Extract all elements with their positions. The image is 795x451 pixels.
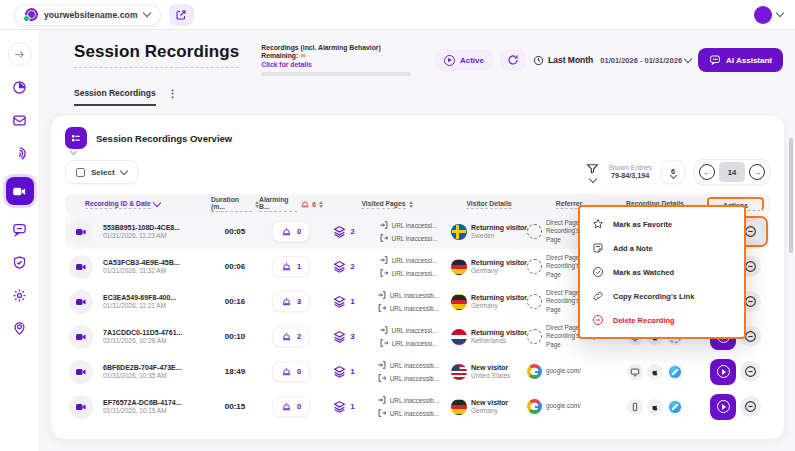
- play-circle-icon: [444, 55, 455, 66]
- col-duration[interactable]: Duration (m...: [211, 196, 259, 212]
- shown-entries: Shown Entries 79-84/3,194: [608, 164, 652, 180]
- menu-item-add-note[interactable]: Add a Note: [580, 236, 744, 260]
- flag-germany-icon: [451, 259, 467, 275]
- recording-date: 01/31/2026, 11:23 AM: [103, 232, 180, 239]
- col-alarming[interactable]: Alarming B... 6: [259, 196, 323, 212]
- recording-id: 6BF6DE2B-704F-473E...: [103, 364, 182, 371]
- page-exit-icon: [379, 268, 389, 278]
- menu-item-mark-favorite[interactable]: Mark as Favorite: [580, 212, 744, 236]
- menu-item-mark-watched[interactable]: Mark as Watched: [580, 260, 744, 284]
- recording-camera-icon: [69, 395, 93, 419]
- tab-options-kebab-icon[interactable]: ⋮: [168, 91, 178, 103]
- referrer-url: google.com/: [546, 402, 581, 411]
- table-row[interactable]: 6BF6DE2B-704F-473E...01/31/2026, 10:35 A…: [65, 354, 770, 389]
- no-referrer-icon: [527, 259, 542, 274]
- duration-value: 18:49: [211, 367, 259, 376]
- duration-value: 00:16: [211, 297, 259, 306]
- visitor-country: United States: [471, 372, 510, 379]
- site-favicon-globe-icon: [25, 8, 38, 21]
- tab-session-recordings[interactable]: Session Recordings: [74, 88, 156, 106]
- play-recording-button[interactable]: [710, 359, 736, 385]
- table-row[interactable]: EF76572A-DC6B-4174...01/31/2026, 10:15 A…: [65, 389, 770, 424]
- refresh-button[interactable]: [500, 49, 526, 71]
- pie-chart-icon: [12, 80, 27, 95]
- entry-url: URL inaccessi...: [392, 327, 438, 334]
- visitor-country: Germany: [471, 267, 527, 274]
- sidebar-item-feedback[interactable]: [8, 217, 32, 241]
- mobile-device-icon: [627, 399, 643, 415]
- visitor-country: Germany: [471, 407, 508, 414]
- sidebar-item-inbox[interactable]: [8, 108, 32, 132]
- duration-value: 00:05: [211, 227, 259, 236]
- visitor-type: New visitor: [471, 364, 510, 371]
- duration-value: 00:10: [211, 332, 259, 341]
- menu-item-copy-link[interactable]: Copy Recording's Link: [580, 284, 744, 308]
- layers-icon: [333, 400, 346, 413]
- select-dropdown[interactable]: Select: [65, 160, 138, 184]
- recording-camera-icon: [69, 220, 93, 244]
- menu-item-delete-recording[interactable]: Delete Recording: [580, 308, 744, 332]
- sidebar-collapse-button[interactable]: [8, 42, 32, 66]
- chevron-down-icon: [142, 9, 150, 17]
- arrow-right-icon: [12, 47, 27, 62]
- shield-check-icon: [12, 255, 27, 270]
- date-range-picker[interactable]: 01/01/2026 - 01/31/2026: [600, 56, 691, 65]
- page-exit-icon: [379, 338, 389, 348]
- prev-page-button[interactable]: ←: [699, 164, 715, 180]
- flag-united-states-icon: [451, 364, 467, 380]
- recording-date: 01/31/2026, 10:35 AM: [103, 372, 182, 379]
- site-selector[interactable]: yourwebsitename.com: [14, 4, 161, 26]
- google-referrer-icon: [527, 364, 542, 379]
- click-for-details-link[interactable]: Click for details: [261, 61, 413, 68]
- mail-icon: [12, 113, 27, 128]
- note-icon: [592, 242, 604, 254]
- page-enter-icon: [377, 290, 387, 300]
- layers-icon: [333, 225, 346, 238]
- last-month-filter[interactable]: Last Month: [533, 55, 593, 66]
- filter-button[interactable]: [586, 162, 599, 182]
- active-status-button[interactable]: Active: [435, 49, 493, 71]
- sidebar-item-session-recordings[interactable]: [6, 177, 34, 205]
- visitor-type: Returning visitor: [471, 294, 527, 301]
- next-page-button[interactable]: →: [749, 164, 765, 180]
- account-chevron-down-icon[interactable]: [776, 9, 784, 17]
- page-size-selector[interactable]: 6: [661, 160, 685, 184]
- recording-id: CA53FCB3-4E9E-45B...: [103, 259, 180, 266]
- page-exit-icon: [379, 233, 389, 243]
- col-visited-pages[interactable]: Visited Pages: [323, 200, 451, 209]
- recording-camera-icon: [69, 255, 93, 279]
- ai-assistant-button[interactable]: AI Assistant: [698, 48, 783, 72]
- col-recording-id-date[interactable]: Recording ID & Date: [65, 200, 211, 209]
- page-enter-icon: [379, 255, 389, 265]
- remaining-quota: Recordings (incl. Alarming Behavior) Rem…: [261, 44, 413, 76]
- person-pin-icon: [12, 321, 27, 336]
- user-avatar[interactable]: [754, 6, 772, 24]
- refresh-icon: [507, 54, 519, 66]
- row-actions-button[interactable]: [740, 396, 761, 417]
- star-icon: [592, 218, 604, 230]
- sidebar-item-visitors[interactable]: [8, 316, 32, 340]
- visitor-country: Germany: [471, 302, 527, 309]
- link-icon: [592, 290, 604, 302]
- entry-url: URL inaccessib...: [390, 362, 440, 369]
- sidebar-item-behavior[interactable]: [8, 141, 32, 165]
- alarm-icon: [281, 331, 292, 342]
- last-month-label: Last Month: [548, 55, 593, 65]
- col-visitor-details: Visitor Details: [451, 200, 527, 209]
- select-all-checkbox[interactable]: [76, 168, 85, 177]
- chevron-down-icon: [588, 175, 596, 183]
- play-recording-button[interactable]: [710, 394, 736, 420]
- no-referrer-icon: [527, 224, 542, 239]
- sidebar-item-settings[interactable]: [8, 283, 32, 307]
- page-enter-icon: [377, 360, 387, 370]
- sidebar-item-analytics[interactable]: [8, 75, 32, 99]
- exit-url: URL inaccessib...: [390, 410, 440, 417]
- sidebar-item-privacy[interactable]: [8, 250, 32, 274]
- visitor-type: Returning visitor: [471, 259, 527, 266]
- page-enter-icon: [377, 395, 387, 405]
- row-actions-button[interactable]: [740, 361, 761, 382]
- collapse-card-chevron-icon[interactable]: [70, 148, 77, 155]
- page-scrollbar-thumb[interactable]: [789, 138, 793, 253]
- filter-funnel-icon: [586, 162, 599, 175]
- open-site-button[interactable]: [169, 4, 194, 26]
